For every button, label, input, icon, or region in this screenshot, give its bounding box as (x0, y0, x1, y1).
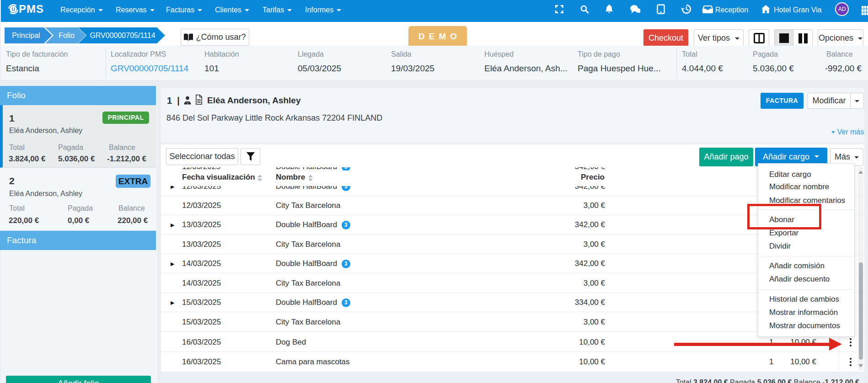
svg-text:U: U (11, 7, 15, 12)
